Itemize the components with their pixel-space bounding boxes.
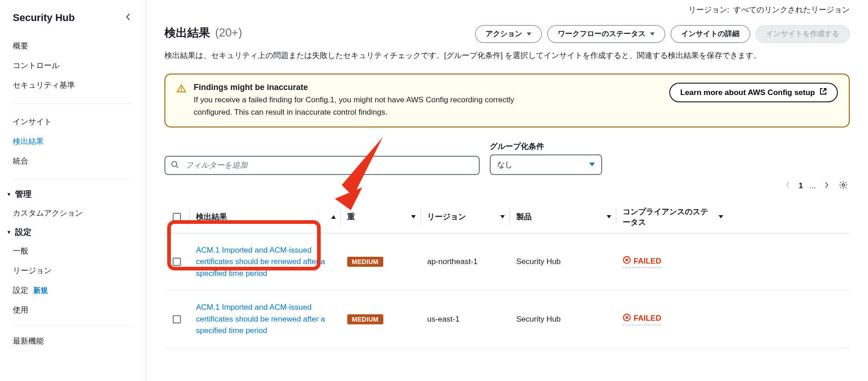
col-header-title[interactable]: 検出結果 (196, 212, 340, 222)
filter-icon[interactable] (500, 215, 505, 218)
learn-more-button[interactable]: Learn more about AWS Config setup (669, 83, 838, 102)
row-checkbox[interactable] (173, 315, 181, 323)
sidebar-collapse-button[interactable] (124, 11, 133, 24)
nav-general[interactable]: 一般 (0, 241, 146, 261)
cell-region: us-east-1 (427, 315, 509, 324)
filter-icon[interactable] (719, 215, 723, 218)
nav-settings[interactable]: 設定 新規 (0, 280, 146, 300)
sort-asc-icon (331, 215, 336, 219)
severity-badge: MEDIUM (347, 257, 383, 267)
filter-input-wrap (164, 156, 480, 175)
col-separator (340, 209, 341, 225)
svg-point-1 (181, 90, 181, 91)
caret-down-icon: ▼ (6, 229, 11, 235)
nav-divider (13, 103, 133, 104)
nav-standards[interactable]: セキュリティ基準 (0, 75, 146, 95)
col-separator (420, 209, 421, 225)
row-checkbox-cell (164, 258, 189, 266)
nav-region[interactable]: リージョン (0, 261, 146, 280)
nav-insights[interactable]: インサイト (0, 112, 146, 132)
learn-more-label: Learn more about AWS Config setup (680, 88, 815, 97)
alert-title: Findings might be inaccurate (194, 83, 523, 92)
nav-section-admin-label: 管理 (15, 189, 32, 200)
sidebar-title: Security Hub (13, 12, 75, 24)
cell-compliance: FAILED (623, 313, 728, 325)
sidebar: Security Hub 概要 コントロール セキュリティ基準 インサイト 検出… (0, 0, 146, 381)
svg-point-2 (172, 161, 177, 166)
col-spacer (420, 311, 421, 328)
page-description: 検出結果は、セキュリティ上の問題または失敗したセキュリティチェックです。[グルー… (164, 49, 850, 62)
config-warning-alert: Findings might be inaccurate If you rece… (164, 74, 850, 127)
col-header-severity[interactable]: 重 (347, 212, 420, 222)
col-spacer (509, 254, 510, 270)
failed-icon (623, 313, 631, 324)
nav-custom-actions[interactable]: カスタムアクション (0, 203, 146, 223)
col-spacer (509, 311, 510, 328)
button-row: アクション ワークフローのステータス インサイトの詳細 インサイトを作成する (475, 25, 850, 43)
filter-icon[interactable] (607, 215, 611, 218)
finding-link[interactable]: ACM.1 Imported and ACM-issued certificat… (196, 244, 340, 280)
nav-overview[interactable]: 概要 (0, 36, 146, 56)
cell-severity: MEDIUM (347, 314, 420, 324)
nav-whatsnew[interactable]: 最新機能 (0, 331, 146, 351)
table-header-row: 検出結果 重 リージョン 製品 コンプライアンスのステータス (164, 201, 850, 233)
col-spacer (616, 254, 616, 270)
group-by-label: グループ化条件 (490, 141, 602, 152)
workflow-button[interactable]: ワークフローのステータス (547, 25, 665, 43)
severity-badge: MEDIUM (347, 314, 383, 324)
compliance-text: FAILED (634, 257, 661, 266)
filter-icon[interactable] (411, 215, 416, 218)
page-number[interactable]: 1 (799, 181, 803, 190)
row-checkbox[interactable] (173, 258, 181, 266)
group-by-select[interactable]: なし (490, 154, 602, 175)
finding-link[interactable]: ACM.1 Imported and ACM-issued certificat… (196, 302, 340, 337)
page-ellipsis: ... (810, 181, 816, 190)
col-product-label: 製品 (516, 212, 532, 222)
col-header-compliance[interactable]: コンプライアンスのステータス (623, 206, 728, 228)
col-severity-label: 重 (347, 212, 355, 222)
table-row: ACM.1 Imported and ACM-issued certificat… (164, 233, 850, 291)
nav-section-settings[interactable]: ▼ 設定 (0, 223, 146, 241)
col-spacer (340, 311, 341, 328)
nav-integrations[interactable]: 統合 (0, 151, 146, 171)
col-region-label: リージョン (427, 212, 466, 222)
col-separator (509, 209, 510, 225)
page-title-text: 検出結果 (164, 26, 210, 39)
svg-point-4 (842, 184, 844, 186)
col-checkbox (164, 213, 189, 221)
page-prev-button (784, 180, 792, 193)
nav-findings[interactable]: 検出結果 (0, 132, 146, 151)
table-settings-button[interactable] (837, 179, 850, 194)
nav-usage[interactable]: 使用 (0, 300, 146, 320)
page-next-button[interactable] (822, 180, 831, 193)
pagination: 1 ... (164, 179, 850, 194)
select-all-checkbox[interactable] (173, 213, 181, 221)
caret-down-icon (650, 32, 655, 36)
filter-row: グループ化条件 なし (164, 141, 850, 175)
cell-title: ACM.1 Imported and ACM-issued certificat… (196, 244, 340, 280)
insight-detail-button[interactable]: インサイトの詳細 (671, 25, 750, 43)
main: リージョン: すべてのリンクされたリージョン 検出結果 (20+) アクション … (146, 0, 868, 381)
cell-severity: MEDIUM (347, 257, 420, 267)
insight-detail-label: インサイトの詳細 (681, 29, 740, 39)
compliance-failed-badge[interactable]: FAILED (623, 256, 661, 268)
filter-input[interactable] (164, 156, 480, 175)
group-by-value: なし (497, 159, 513, 170)
caret-down-icon (589, 163, 595, 166)
gear-icon (839, 180, 848, 190)
action-button[interactable]: アクション (475, 25, 542, 43)
compliance-failed-badge[interactable]: FAILED (623, 313, 661, 325)
nav-section-admin[interactable]: ▼ 管理 (0, 185, 146, 203)
nav-controls[interactable]: コントロール (0, 56, 146, 75)
col-separator (616, 209, 616, 225)
col-header-region[interactable]: リージョン (427, 212, 509, 222)
col-title-label: 検出結果 (196, 212, 227, 222)
col-header-product[interactable]: 製品 (516, 212, 616, 222)
new-badge: 新規 (33, 286, 48, 294)
region-indicator: リージョン: すべてのリンクされたリージョン (164, 5, 850, 15)
col-spacer (616, 311, 616, 328)
nav-settings-label: 設定 (13, 286, 28, 295)
insight-create-label: インサイトを作成する (766, 29, 839, 39)
external-link-icon (820, 88, 827, 97)
sidebar-header: Security Hub (0, 9, 146, 33)
